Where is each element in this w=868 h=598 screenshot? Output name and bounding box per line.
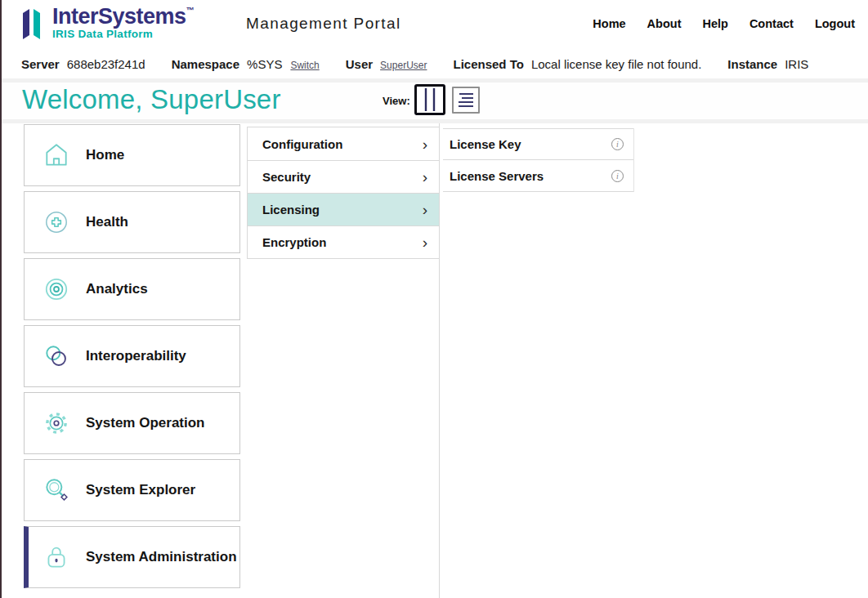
sidebar-item-label: Health [86,214,128,230]
menu-item-label: Configuration [262,137,423,151]
licensed-to-label: Licensed To [453,57,523,71]
home-icon [43,141,70,169]
chevron-right-icon: › [423,136,427,152]
menu-item-label: Security [262,170,423,184]
sidebar-item-home[interactable]: Home [24,124,240,186]
nav-contact-link[interactable]: Contact [749,17,794,30]
menu-item-security[interactable]: Security › [248,160,439,193]
instance-label: Instance [727,57,777,71]
user-profile-link[interactable]: SuperUser [380,60,427,71]
server-info: Server688eb23f241d [21,57,145,71]
sidebar-item-health[interactable]: Health [24,191,240,253]
sidebar-item-label: Analytics [86,281,148,297]
system-operation-icon [43,409,70,437]
chevron-right-icon: › [423,202,427,217]
list-view-button[interactable] [452,87,480,114]
brand-trademark: ™ [186,6,195,15]
sidebar-item-label: System Operation [86,415,205,431]
submenu-item-license-key[interactable]: License Key i [443,128,633,160]
page-title: Management Portal [246,15,401,33]
intersystems-logo: InterSystems™ IRIS Data Platform [20,6,195,43]
switch-namespace-link[interactable]: Switch [290,60,319,71]
chevron-right-icon: › [423,234,427,250]
intersystems-logo-icon [20,6,46,43]
menu-item-configuration[interactable]: Configuration › [248,127,439,160]
server-label: Server [21,57,60,71]
header: InterSystems™ IRIS Data Platform Managem… [2,0,868,49]
main-content: Home Health Analytics Interoperability [2,123,868,598]
columns-view-button[interactable] [414,84,445,115]
sidebar: Home Health Analytics Interoperability [24,124,240,593]
namespace-label: Namespace [172,57,239,71]
sidebar-item-label: System Explorer [86,482,195,498]
user-label: User [346,57,373,71]
menu-item-label: Licensing [262,203,423,216]
licensed-to-value: Local license key file not found. [531,57,701,71]
info-icon[interactable]: i [611,170,624,182]
sidebar-item-label: Interoperability [86,348,186,364]
menu-item-label: Encryption [262,235,423,249]
menu-item-encryption[interactable]: Encryption › [248,225,439,258]
licensed-to-info: Licensed ToLocal license key file not fo… [453,57,701,71]
nav-logout-link[interactable]: Logout [815,17,855,30]
menu-item-licensing[interactable]: Licensing › [248,193,439,225]
sidebar-item-label: Home [86,147,124,163]
welcome-title: Welcome, SuperUser [22,84,281,115]
analytics-icon [43,275,70,303]
server-value: 688eb23f241d [67,57,145,71]
namespace-info: Namespace%SYSSwitch [172,57,320,71]
system-administration-icon [43,543,70,571]
submenu-item-license-servers[interactable]: License Servers i [443,160,633,192]
instance-value: IRIS [785,57,808,71]
namespace-value: %SYS [247,57,282,71]
sidebar-item-label: System Administration [86,549,237,565]
submenu-item-label: License Key [450,137,611,151]
interoperability-icon [43,342,70,370]
chevron-right-icon: › [423,169,427,185]
sidebar-item-system-explorer[interactable]: System Explorer [24,459,240,521]
view-label: View: [383,95,410,107]
nav-help-link[interactable]: Help [702,17,727,30]
system-explorer-icon [43,476,70,504]
list-view-icon [454,88,478,112]
user-info: UserSuperUser [346,57,427,71]
administration-menu: Configuration › Security › Licensing › E… [247,127,440,259]
health-icon [43,208,70,236]
top-nav: Home About Help Contact Logout [593,17,855,30]
welcome-bar: Welcome, SuperUser View: [2,83,868,119]
columns-view-icon [417,87,443,113]
sidebar-item-analytics[interactable]: Analytics [24,258,240,320]
nav-home-link[interactable]: Home [593,17,625,30]
sidebar-item-interoperability[interactable]: Interoperability [24,325,240,387]
brand-name: InterSystems [52,4,186,29]
server-info-bar: Server688eb23f241d Namespace%SYSSwitch U… [2,49,868,78]
sidebar-item-system-operation[interactable]: System Operation [24,392,240,454]
submenu-item-label: License Servers [450,169,611,183]
info-icon[interactable]: i [611,138,624,150]
nav-about-link[interactable]: About [647,17,682,30]
sidebar-item-system-administration[interactable]: System Administration [24,526,240,588]
licensing-submenu: License Key i License Servers i [443,128,634,192]
brand-tagline: IRIS Data Platform [52,28,195,40]
instance-info: InstanceIRIS [727,57,808,71]
